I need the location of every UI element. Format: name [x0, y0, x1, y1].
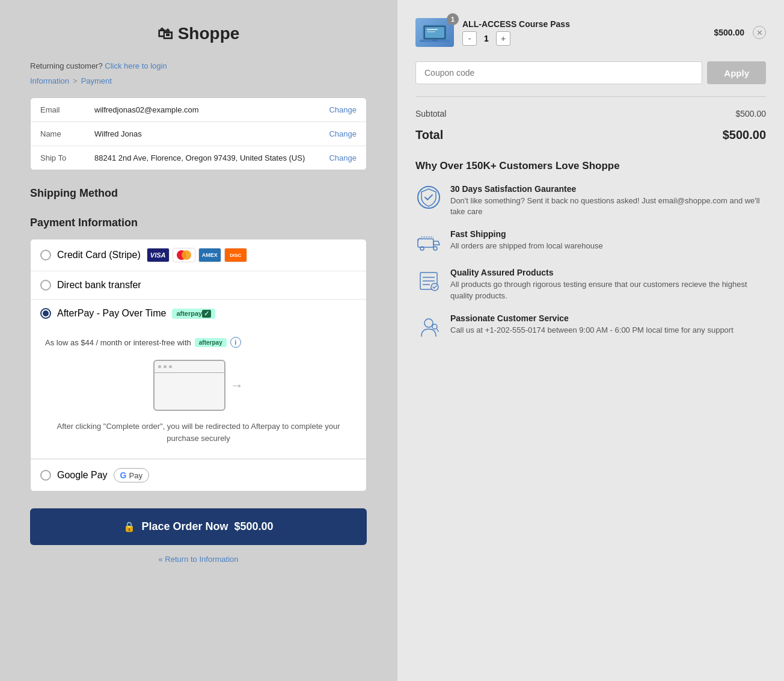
- coupon-input[interactable]: [415, 61, 702, 84]
- redirect-illustration: →: [45, 360, 352, 411]
- grand-total-row: Total $500.00: [415, 122, 766, 146]
- logo-icon: 🛍: [158, 25, 173, 43]
- trust-title: Why Over 150K+ Customers Love Shoppe: [415, 160, 766, 172]
- trust-shipping-content: Fast Shipping All orders are shipped fro…: [450, 229, 603, 251]
- svg-point-15: [432, 324, 437, 329]
- remove-product-button[interactable]: ✕: [753, 26, 766, 39]
- email-value: wilfredjonas02@example.com: [94, 105, 329, 114]
- afterpay-content: As low as $44 / month or interest-free w…: [31, 327, 366, 459]
- svg-rect-4: [427, 29, 438, 30]
- svg-rect-9: [418, 239, 433, 247]
- name-change-btn[interactable]: Change: [329, 129, 357, 138]
- fast-shipping-icon: [415, 229, 442, 256]
- gpay-g-letter: G: [120, 470, 127, 480]
- customer-service-icon: [415, 313, 442, 340]
- name-row: Name Wilfred Jonas Change: [31, 122, 366, 146]
- payment-options-box: Credit Card (Stripe) VISA AMEX DISC: [30, 239, 367, 491]
- breadcrumb-payment[interactable]: Payment: [81, 76, 112, 85]
- trust-item-quality: Quality Assured Products All products go…: [415, 268, 766, 301]
- afterpay-installment-label: As low as $44 / month or interest-free w…: [45, 338, 191, 347]
- quantity-plus-button[interactable]: +: [496, 31, 510, 46]
- trust-quality-title: Quality Assured Products: [450, 268, 766, 277]
- product-row: 1 ALL-ACCESS Course Pass - 1 + $500.00 ✕: [415, 18, 766, 47]
- quantity-badge: 1: [447, 13, 459, 25]
- gpay-radio[interactable]: [40, 470, 51, 481]
- ship-to-value: 88241 2nd Ave, Florence, Oregon 97439, U…: [94, 153, 329, 162]
- subtotal-row: Subtotal $500.00: [415, 105, 766, 122]
- shield-check-icon: [415, 184, 442, 211]
- afterpay-info-icon[interactable]: i: [230, 337, 241, 348]
- product-name: ALL-ACCESS Course Pass: [462, 19, 705, 29]
- trust-shipping-desc: All orders are shipped from local wareho…: [450, 241, 603, 251]
- payment-option-afterpay[interactable]: AfterPay - Pay Over Time afterpay ✓: [31, 300, 366, 327]
- payment-info-title: Payment Information: [30, 217, 367, 229]
- trust-item-shipping: Fast Shipping All orders are shipped fro…: [415, 229, 766, 256]
- payment-option-bank[interactable]: Direct bank transfer: [31, 271, 366, 300]
- name-label: Name: [40, 129, 94, 138]
- payment-option-gpay[interactable]: Google Pay G Pay: [31, 460, 366, 491]
- svg-rect-7: [432, 40, 438, 41]
- quantity-value: 1: [482, 34, 491, 43]
- lock-icon: 🔒: [123, 521, 135, 532]
- amex-icon: AMEX: [198, 248, 221, 262]
- svg-rect-5: [427, 31, 435, 32]
- trust-item-support: Passionate Customer Service Call us at +…: [415, 313, 766, 340]
- ship-to-change-btn[interactable]: Change: [329, 153, 357, 162]
- subtotal-label: Subtotal: [415, 109, 446, 119]
- payment-option-cc[interactable]: Credit Card (Stripe) VISA AMEX DISC: [31, 239, 366, 271]
- afterpay-badge: afterpay ✓: [172, 309, 215, 319]
- total-value: $500.00: [723, 128, 766, 142]
- customer-info-table: Email wilfredjonas02@example.com Change …: [30, 97, 367, 170]
- return-to-info-link[interactable]: « Return to Information: [159, 555, 239, 564]
- login-link[interactable]: Click here to login: [105, 61, 167, 70]
- trust-shipping-title: Fast Shipping: [450, 229, 603, 239]
- return-link-area: « Return to Information: [30, 555, 367, 564]
- place-order-label: Place Order Now: [141, 520, 228, 533]
- total-label: Total: [415, 128, 443, 142]
- returning-customer-text: Returning customer?: [30, 61, 103, 70]
- breadcrumb: Information > Payment: [30, 76, 367, 85]
- trust-item-guarantee: 30 Days Satisfaction Gaurantee Don't lik…: [415, 184, 766, 217]
- place-order-amount: $500.00: [234, 520, 273, 533]
- afterpay-redirect-text: After clicking "Complete order", you wil…: [45, 421, 352, 444]
- quality-icon: [415, 268, 442, 294]
- quantity-controls: - 1 +: [462, 31, 705, 46]
- subtotal-value: $500.00: [735, 109, 766, 119]
- afterpay-installment-text: As low as $44 / month or interest-free w…: [45, 337, 352, 348]
- svg-point-1: [182, 250, 191, 260]
- afterpay-section: AfterPay - Pay Over Time afterpay ✓ As l…: [31, 300, 366, 460]
- bank-radio[interactable]: [40, 280, 51, 291]
- browser-mock: [153, 360, 225, 411]
- logo-area: 🛍 Shoppe: [30, 24, 367, 43]
- gpay-badge: G Pay: [114, 468, 149, 482]
- logo-text: Shoppe: [178, 24, 240, 43]
- svg-rect-3: [425, 27, 444, 38]
- email-row: Email wilfredjonas02@example.com Change: [31, 98, 366, 122]
- email-change-btn[interactable]: Change: [329, 105, 357, 114]
- cc-radio[interactable]: [40, 250, 51, 260]
- trust-support-content: Passionate Customer Service Call us at +…: [450, 313, 733, 336]
- visa-icon: VISA: [147, 248, 170, 262]
- afterpay-radio[interactable]: [40, 308, 51, 319]
- cc-label: Credit Card (Stripe): [57, 250, 141, 260]
- trust-support-title: Passionate Customer Service: [450, 313, 733, 323]
- mastercard-icon: [173, 248, 195, 262]
- afterpay-label: AfterPay - Pay Over Time: [57, 308, 166, 319]
- afterpay-inline-logo: afterpay: [195, 338, 227, 347]
- gpay-pay-text: Pay: [129, 471, 142, 480]
- breadcrumb-separator: >: [73, 76, 78, 85]
- shipping-method-title: Shipping Method: [30, 187, 367, 200]
- product-thumbnail: 1: [415, 18, 454, 47]
- order-totals: Subtotal $500.00 Total $500.00: [415, 96, 766, 146]
- afterpay-radio-inner: [43, 310, 49, 316]
- trust-guarantee-content: 30 Days Satisfaction Gaurantee Don't lik…: [450, 184, 766, 217]
- apply-coupon-button[interactable]: Apply: [707, 61, 766, 84]
- breadcrumb-info[interactable]: Information: [30, 76, 69, 85]
- returning-customer-bar: Returning customer? Click here to login: [30, 61, 367, 70]
- trust-quality-desc: All products go through rigorous testing…: [450, 279, 766, 301]
- trust-support-desc: Call us at +1-202-555-0174 between 9:00 …: [450, 325, 733, 336]
- card-icons: VISA AMEX DISC: [147, 248, 247, 262]
- quantity-minus-button[interactable]: -: [462, 31, 477, 46]
- name-value: Wilfred Jonas: [94, 129, 329, 138]
- place-order-button[interactable]: 🔒 Place Order Now $500.00: [30, 508, 367, 545]
